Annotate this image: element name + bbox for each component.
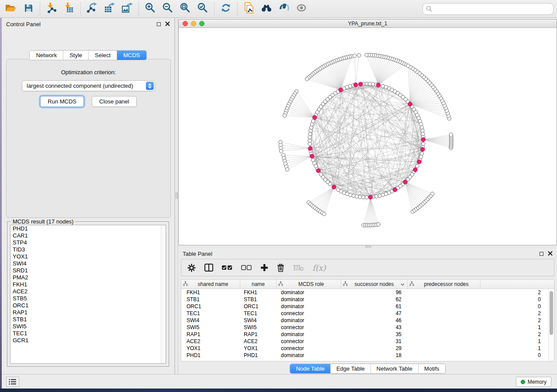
close-window-button[interactable] — [183, 21, 188, 26]
export-table-button[interactable] — [102, 2, 117, 16]
show-columns-button[interactable] — [204, 264, 213, 272]
mcds-result-item[interactable]: ORC1 — [10, 302, 166, 309]
network-canvas[interactable] — [179, 28, 557, 245]
refresh-button[interactable] — [218, 2, 233, 16]
function-builder-button-disabled[interactable]: f(x) — [312, 263, 326, 272]
vertical-splitter-handle[interactable] — [176, 193, 178, 199]
import-network-button[interactable] — [44, 2, 59, 16]
column-header-predecessor-nodes[interactable]: predecessor nodes — [408, 280, 481, 289]
mcds-result-item[interactable]: SRD1 — [10, 267, 166, 274]
table-row[interactable]: SWI5SWI5connector431 — [181, 324, 554, 331]
zoom-fit-button[interactable] — [178, 2, 193, 16]
table-cell: dominator — [277, 303, 341, 309]
mcds-result-item[interactable]: STB1 — [10, 316, 166, 323]
table-cell: 35 — [341, 331, 408, 337]
zoom-in-button[interactable] — [143, 2, 158, 16]
mcds-result-item[interactable]: SWI5 — [10, 323, 166, 330]
mcds-result-item[interactable]: YOX1 — [10, 253, 166, 260]
zoom-out-button[interactable] — [160, 2, 175, 16]
mcds-result-item[interactable]: FKH1 — [10, 281, 166, 288]
column-header-successor-nodes[interactable]: successor nodes — [341, 280, 408, 289]
column-header-name[interactable]: name — [240, 280, 277, 289]
mcds-result-item[interactable]: RAP1 — [10, 309, 166, 316]
mcds-result-item[interactable]: ACE2 — [10, 288, 166, 295]
table-cell: YOX1 — [240, 345, 277, 351]
network-window-titlebar[interactable]: YPA_prune.txt_1 — [179, 20, 557, 28]
mcds-result-item[interactable]: TEC1 — [10, 330, 166, 337]
table-row[interactable]: SWI4SWI4dominator462 — [181, 317, 554, 324]
optimization-criterion-dropdown[interactable]: largest connected component (undirected) — [22, 80, 155, 91]
close-panel-button[interactable]: Close panel — [92, 96, 137, 107]
table-row[interactable]: RAP1RAP1dominator352 — [181, 331, 554, 338]
open-session-button[interactable] — [3, 2, 18, 16]
table-settings-button[interactable] — [187, 264, 196, 272]
horizontal-splitter-handle[interactable] — [365, 246, 371, 248]
control-tab-style[interactable]: Style — [63, 51, 89, 60]
open-folder-icon — [5, 3, 17, 14]
task-history-button[interactable] — [6, 377, 19, 387]
show-hidden-button[interactable] — [294, 2, 309, 16]
select-all-rows-button[interactable] — [222, 265, 232, 270]
delete-column-button[interactable] — [277, 264, 284, 272]
mcds-result-item[interactable]: STP4 — [10, 239, 166, 246]
table-row[interactable]: ORC1ORC1dominator610 — [181, 303, 554, 310]
table-row[interactable]: ACE2ACE2connector311 — [181, 338, 554, 345]
table-cell: STB1 — [240, 296, 277, 303]
table-cell: dominator — [277, 352, 341, 358]
deselect-all-rows-button[interactable] — [241, 265, 252, 270]
hierarchy-icon — [278, 281, 283, 287]
close-panel-icon[interactable] — [548, 250, 553, 258]
table-tab-edge-table[interactable]: Edge Table — [331, 364, 371, 373]
export-table-icon — [104, 3, 115, 15]
zoom-out-icon — [163, 3, 173, 15]
float-panel-icon[interactable] — [540, 252, 543, 256]
table-tab-network-table[interactable]: Network Table — [371, 364, 419, 373]
mcds-result-item[interactable]: SWI4 — [10, 260, 166, 267]
delete-table-button-disabled[interactable] — [293, 264, 304, 271]
table-row[interactable]: FKH1FKH1dominator962 — [181, 289, 554, 296]
desktop-wallpaper-bottom — [0, 389, 557, 392]
table-cell: 0 — [408, 296, 546, 303]
table-row[interactable]: PHD1PHD1dominator180 — [181, 352, 554, 359]
mcds-result-item[interactable]: PHD1 — [10, 225, 166, 232]
table-tab-node-table[interactable]: Node Table — [290, 364, 331, 373]
minimize-window-button[interactable] — [191, 21, 196, 26]
mcds-list-scrollbar[interactable] — [161, 225, 166, 363]
search-input[interactable] — [422, 3, 554, 15]
export-network-button[interactable] — [85, 2, 100, 16]
mcds-result-item[interactable]: TID3 — [10, 246, 166, 253]
zoom-selected-button[interactable] — [195, 2, 210, 16]
control-panel-title: Control Panel — [6, 21, 41, 28]
close-panel-icon[interactable] — [165, 20, 170, 28]
hierarchy-icon — [343, 281, 348, 287]
table-row[interactable]: STB1STB1dominator620 — [181, 296, 554, 303]
control-tab-network[interactable]: Network — [30, 51, 63, 60]
table-cell: 43 — [341, 324, 408, 330]
mcds-result-item[interactable]: PMA2 — [10, 274, 166, 281]
mcds-result-item[interactable]: CAR1 — [10, 232, 166, 239]
export-image-button[interactable] — [120, 2, 135, 16]
network-graph[interactable] — [179, 28, 557, 245]
table-cell: FKH1 — [181, 289, 240, 296]
column-header-shared-name[interactable]: shared name — [181, 280, 240, 289]
table-row[interactable]: TEC1TEC1connector472 — [181, 310, 554, 317]
import-table-button[interactable] — [62, 2, 76, 16]
column-header-MCDS-role[interactable]: MCDS role — [277, 280, 341, 289]
hide-selected-button[interactable] — [277, 2, 291, 16]
new-network-from-selection-button[interactable] — [242, 2, 256, 16]
add-column-button[interactable] — [260, 264, 268, 272]
control-tab-mcds[interactable]: MCDS — [117, 51, 146, 60]
first-neighbors-button[interactable] — [259, 2, 274, 16]
control-tab-select[interactable]: Select — [89, 51, 117, 60]
run-mcds-button[interactable]: Run MCDS — [40, 96, 84, 107]
mcds-result-item[interactable]: STB5 — [10, 295, 166, 302]
memory-button[interactable]: Memory — [516, 377, 551, 387]
table-row[interactable]: YOX1YOX1connector291 — [181, 345, 554, 352]
float-panel-icon[interactable] — [157, 22, 161, 26]
mcds-result-item[interactable]: GCR1 — [10, 337, 166, 344]
save-session-button[interactable] — [21, 2, 36, 16]
vertical-splitter[interactable] — [175, 18, 178, 374]
table-scrollbar-thumb[interactable] — [550, 291, 553, 335]
maximize-window-button[interactable] — [199, 21, 204, 26]
table-tab-motifs[interactable]: Motifs — [419, 364, 445, 373]
